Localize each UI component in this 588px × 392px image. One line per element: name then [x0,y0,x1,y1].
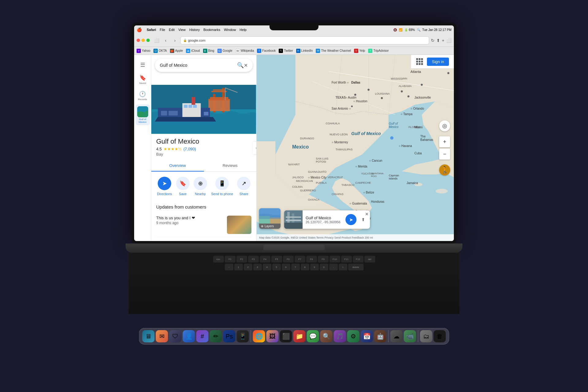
key-f5[interactable]: F5 [271,256,282,262]
popup-directions-button[interactable]: ➤ [345,214,356,225]
search-icon[interactable]: 🔍 [237,62,244,69]
bookmark-icloud[interactable]: ☁ iCloud [186,49,200,53]
key-f11[interactable]: F11 [341,256,352,262]
key-f2[interactable]: F2 [236,256,247,262]
menu-file[interactable]: File [160,28,165,32]
key-delete[interactable]: del [364,256,375,262]
dock-contacts[interactable]: 👤 [183,330,195,342]
key-1[interactable]: 1 [234,264,243,270]
dock-terminal[interactable]: ⬛ [280,330,292,342]
bookmark-twitter[interactable]: 𝕏 Twitter [279,49,293,53]
dock-chrome[interactable]: 🌐 [253,330,265,342]
clear-search-icon[interactable]: ✕ [244,62,248,68]
share-button[interactable]: ⬆ [436,38,440,43]
google-menu-btn[interactable]: ☰ [139,59,146,71]
reload-button[interactable]: ↻ [431,38,435,43]
close-button[interactable] [137,39,140,42]
control-center-icon[interactable]: 🔇 [393,28,397,32]
minimize-button[interactable] [141,39,145,42]
dock-finder[interactable]: 🖥 [142,330,155,342]
key-esc[interactable]: esc [213,256,224,262]
dock-spotify[interactable]: 🎵 [334,330,346,342]
popup-share-button[interactable]: ⬆ [359,215,368,224]
key-backspace[interactable]: delete [348,264,364,270]
bookmark-yahoo[interactable]: Y Yahoo [137,49,150,53]
zoom-in-button[interactable]: + [439,136,450,147]
dock-finder2[interactable]: 🗂 [420,330,432,342]
gulf-nav-item[interactable]: Gulf ofMexico [135,104,150,125]
menu-help[interactable]: Help [239,28,247,32]
menu-view[interactable]: View [178,28,186,32]
dock-photos[interactable]: 🖼 [266,330,279,342]
bookmark-bing[interactable]: B Bing [203,49,214,53]
key-9[interactable]: 9 [310,264,319,270]
search-input[interactable] [160,63,237,68]
zoom-out-button[interactable]: − [439,149,450,160]
dock-facetime[interactable]: 📹 [404,330,416,342]
key-f8[interactable]: F8 [306,256,317,262]
menu-edit[interactable]: Edit [169,28,175,32]
dock-backup[interactable]: ☁ [390,330,403,342]
show-tabs-button[interactable]: ⬜ [446,38,451,43]
dock-calculator[interactable]: 📱 [237,330,249,342]
dock-trash[interactable]: 🗑 [434,330,446,342]
wifi-icon[interactable]: 📶 [399,28,402,32]
address-bar[interactable]: 🔒 google.com [180,36,429,44]
key-tilde[interactable]: ~ [225,264,233,270]
key-minus[interactable]: - [329,264,338,270]
bookmark-tripadvisor[interactable]: T TripAdvisor [368,49,389,53]
pegman-button[interactable]: 🚶 [439,164,450,175]
key-f3[interactable]: F3 [248,256,259,262]
bookmark-wikipedia[interactable]: W Wikipedia [236,49,254,53]
layers-button[interactable]: ⊕ Layers [259,208,281,229]
forward-button[interactable]: › [171,37,179,44]
dock-photoshop[interactable]: Ps [223,330,236,342]
key-f10[interactable]: F10 [330,256,340,262]
menu-bookmarks[interactable]: Bookmarks [203,28,220,32]
key-7[interactable]: 7 [291,264,300,270]
share-button[interactable]: ↗ Share [237,177,251,196]
send-to-phone-button[interactable]: 📱 Send to phone [211,177,233,196]
map-area[interactable]: Atlanta MISSISSIPPI SOUTH CAROLINA ALABA… [257,55,454,241]
menu-history[interactable]: History [189,28,200,32]
google-apps-button[interactable] [415,57,424,66]
dock-malwarebytes[interactable]: 🛡 [169,330,182,342]
tab-overview[interactable]: Overview [151,160,204,172]
dock-filezilla[interactable]: 📁 [293,330,306,342]
nearby-button[interactable]: ⊕ Nearby [194,177,207,196]
dock-alfred[interactable]: 🔍 [320,330,333,342]
my-location-button[interactable]: ◎ [439,120,450,131]
key-f7[interactable]: F7 [295,256,305,262]
update-card[interactable]: This is us you and I ❤ 9 months ago [156,213,251,237]
dock-slack[interactable]: # [196,330,209,342]
bookmark-facebook[interactable]: f Facebook [257,49,276,53]
key-f12[interactable]: F12 [353,256,364,262]
key-equals[interactable]: = [339,264,347,270]
dock-calendar[interactable]: 📅 [361,330,373,342]
dock-copilot[interactable]: 🤖 [374,330,386,342]
key-0[interactable]: 0 [320,264,328,270]
maximize-button[interactable] [146,39,150,42]
bookmark-okta[interactable]: O OKTA [153,49,167,53]
key-3[interactable]: 3 [253,264,262,270]
trackpad[interactable] [263,245,325,250]
key-8[interactable]: 8 [301,264,309,270]
menu-safari[interactable]: Safari [147,28,156,32]
sidebar-toggle[interactable]: ⬜ [153,37,160,44]
collapse-sidebar-button[interactable]: ‹ [253,142,257,154]
bookmark-google[interactable]: G Google [217,49,232,53]
new-tab-button[interactable]: + [442,38,444,43]
review-count[interactable]: (7,090) [183,147,196,151]
dock-mail[interactable]: ✉ [156,330,168,342]
directions-button[interactable]: ➤ Directions [157,177,172,196]
key-4[interactable]: 4 [263,264,271,270]
key-f4[interactable]: F4 [260,256,270,262]
dock-system-prefs[interactable]: ⚙ [347,330,360,342]
key-f6[interactable]: F6 [283,256,294,262]
key-6[interactable]: 6 [282,264,290,270]
bookmark-yelp[interactable]: Y Yelp [354,49,365,53]
search-menu-icon[interactable]: 🔍 [417,28,420,32]
recents-nav-item[interactable]: 🕐 Recents [137,88,148,103]
back-button[interactable]: ‹ [162,37,169,44]
sign-in-button[interactable]: Sign in [427,58,449,66]
